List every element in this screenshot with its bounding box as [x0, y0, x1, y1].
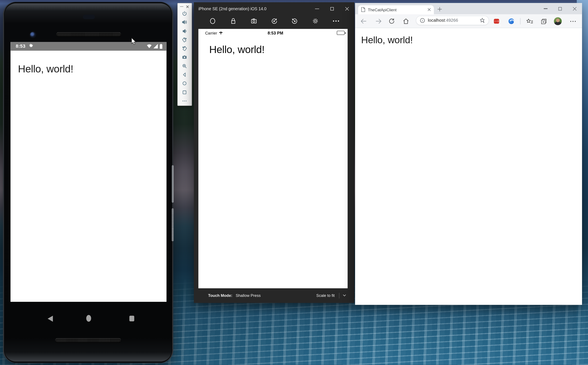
collections-icon — [541, 18, 547, 24]
blue-circle-extension-icon — [508, 18, 514, 24]
url-host: localhost — [428, 18, 445, 23]
simulator-window-title: iPhone SE (2nd generation) iOS 14.0 — [198, 6, 267, 11]
back-icon[interactable] — [182, 72, 187, 77]
tab-thecatapiclient[interactable]: TheCatApiClient — [358, 5, 434, 14]
more-icon — [570, 21, 576, 22]
new-tab-button[interactable] — [436, 5, 443, 13]
plus-icon — [437, 7, 442, 12]
phone-bottom-speaker-grille — [55, 338, 121, 343]
settings-more-button[interactable] — [568, 14, 578, 28]
wifi-icon — [219, 31, 223, 35]
browser-page-content: Hello, world! — [355, 28, 582, 305]
touch-mode-value: Shallow Press — [236, 293, 261, 298]
favorites-hub-icon — [526, 18, 533, 24]
rotate-right-icon[interactable] — [291, 17, 299, 25]
screenshot-camera-icon[interactable] — [182, 55, 187, 60]
collections-button[interactable] — [539, 14, 549, 28]
home-button[interactable] — [401, 14, 411, 28]
forward-button[interactable] — [373, 14, 384, 28]
browser-close-button[interactable] — [567, 3, 582, 14]
password-manager-icon: 1 — [494, 19, 499, 24]
back-arrow-icon — [360, 18, 366, 24]
browser-maximize-button[interactable] — [553, 3, 567, 14]
volume-down-icon[interactable] — [182, 28, 187, 34]
url-port: :49266 — [445, 18, 458, 23]
emulator-minimize-button[interactable] — [180, 6, 183, 7]
android-back-button[interactable] — [48, 316, 53, 322]
phone-front-camera — [30, 32, 35, 37]
simulator-close-button[interactable] — [342, 6, 351, 12]
emulator-toolbar — [177, 3, 192, 106]
scale-to-fit-label: Scale to fit — [316, 293, 335, 298]
extension-badge: 1 — [500, 24, 500, 25]
phone-volume-button — [172, 165, 174, 203]
scale-to-fit-dropdown[interactable]: Scale to fit — [316, 293, 346, 298]
rotate-right-icon[interactable] — [182, 46, 187, 51]
desktop: 8:53 Hello, world! — [0, 0, 588, 365]
tab-close-icon[interactable] — [428, 8, 431, 11]
profile-button[interactable] — [553, 14, 562, 28]
star-add-icon[interactable] — [480, 17, 485, 23]
cell-signal-icon — [153, 44, 158, 49]
refresh-button[interactable] — [386, 14, 397, 28]
password-manager-extension-button[interactable]: 1 — [492, 14, 501, 28]
lock-icon[interactable] — [229, 17, 237, 25]
carrier-label: Carrier — [205, 31, 217, 35]
wifi-icon — [147, 44, 152, 49]
overview-icon[interactable] — [182, 90, 187, 95]
phone-speaker-grille — [56, 32, 121, 37]
tab-strip: TheCatApiClient — [355, 3, 582, 14]
simulator-maximize-button[interactable] — [327, 6, 336, 12]
rotate-left-icon[interactable] — [270, 17, 278, 25]
home-icon[interactable] — [182, 81, 187, 86]
more-icon[interactable] — [182, 98, 187, 104]
zoom-icon[interactable] — [182, 63, 187, 69]
battery-icon — [337, 31, 345, 35]
toolbar-divider — [520, 18, 520, 24]
android-hello-text: Hello, world! — [18, 63, 167, 75]
ios-clock: 8:53 PM — [268, 31, 283, 35]
battery-icon — [160, 44, 162, 49]
power-icon[interactable] — [182, 11, 187, 16]
touch-mode-label: Touch Mode: — [208, 293, 232, 298]
refresh-icon — [388, 18, 395, 24]
more-icon[interactable] — [332, 17, 340, 25]
blue-circle-extension-button[interactable] — [506, 14, 516, 28]
edge-browser-window: TheCatApiClient — [355, 3, 582, 305]
simulator-minimize-button[interactable] — [312, 6, 321, 12]
ios-screen: Carrier 8:53 PM Hello, world! — [198, 29, 348, 288]
back-button[interactable] — [358, 14, 368, 28]
forward-arrow-icon — [375, 18, 382, 24]
android-emulator-phone: 8:53 Hello, world! — [3, 2, 173, 363]
android-overview-button[interactable] — [129, 316, 134, 321]
favorites-button[interactable] — [525, 14, 534, 28]
browser-minimize-button[interactable] — [538, 3, 553, 14]
home-icon — [403, 18, 409, 24]
tab-title: TheCatApiClient — [368, 7, 427, 12]
android-status-bar: 8:53 — [10, 42, 166, 50]
emulator-close-button[interactable] — [186, 5, 189, 8]
android-status-icons — [147, 44, 162, 49]
volume-up-icon[interactable] — [182, 20, 187, 25]
url-text[interactable]: localhost:49266 — [428, 18, 458, 23]
info-icon[interactable] — [420, 18, 425, 23]
simulator-bottom-bar: Touch Mode: Shallow Press Scale to fit — [194, 288, 354, 303]
home-icon[interactable] — [209, 17, 217, 25]
android-clock: 8:53 — [16, 44, 26, 49]
android-nav-bar — [10, 314, 166, 329]
phone-antenna-notch — [83, 15, 95, 19]
settings-gear-icon — [29, 43, 33, 50]
rotate-left-icon[interactable] — [182, 37, 187, 42]
android-home-button[interactable] — [86, 315, 91, 322]
chevron-down-icon — [343, 294, 346, 297]
profile-avatar — [554, 17, 562, 25]
ios-simulator-window: iPhone SE (2nd generation) iOS 14.0 Carr… — [194, 2, 354, 303]
address-bar[interactable]: localhost:49266 — [416, 15, 489, 25]
ios-hello-text: Hello, world! — [209, 43, 348, 55]
ios-status-bar: Carrier 8:53 PM — [198, 29, 348, 35]
settings-gear-icon[interactable] — [311, 17, 319, 25]
mouse-cursor — [131, 37, 137, 45]
screenshot-camera-icon[interactable] — [250, 17, 258, 25]
page-icon — [361, 7, 365, 12]
browser-toolbar: localhost:49266 1 — [355, 14, 582, 28]
